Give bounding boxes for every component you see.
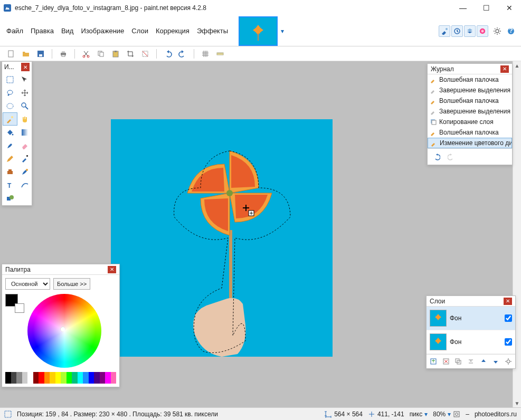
palette-close-icon[interactable]: ✕ [108,266,116,273]
status-unit[interactable]: пикс [410,411,423,418]
history-title: Журнал [431,65,454,73]
menu-adjust[interactable]: Коррекция [156,27,190,35]
layer-up-icon[interactable] [479,357,488,366]
layer-row[interactable]: Фон [427,307,515,330]
cut-icon[interactable] [80,48,92,60]
menu-effects[interactable]: Эффекты [197,27,228,35]
layer-down-icon[interactable] [491,357,500,366]
tool-rect-select[interactable] [3,73,17,86]
layer-visibility-checkbox[interactable] [505,314,512,322]
menu-layers[interactable]: Слои [131,27,148,35]
undo-icon[interactable] [162,48,174,60]
tool-line[interactable] [17,178,32,192]
color-wheel[interactable] [27,294,101,368]
tools-close-icon[interactable]: ✕ [21,63,30,71]
tool-eraser[interactable] [17,139,32,152]
copy-icon[interactable] [95,48,107,60]
save-icon[interactable] [35,48,46,60]
tool-brush[interactable] [3,139,17,152]
menu-view[interactable]: Вид [61,27,74,35]
layers-header[interactable]: Слои ✕ [427,296,515,307]
settings-icon[interactable] [491,25,503,37]
secondary-color[interactable] [15,303,24,313]
layer-visibility-checkbox[interactable] [505,338,512,346]
history-item[interactable]: Завершение выделения палочкой [428,106,512,117]
layer-add-icon[interactable]: + [429,357,438,366]
history-item[interactable]: Завершение выделения палочкой [428,85,512,96]
tool-lasso[interactable] [3,86,17,99]
colors-toggle-icon[interactable] [477,25,488,37]
palette-strip[interactable] [5,372,116,384]
layer-merge-icon[interactable] [466,357,476,366]
menu-file[interactable]: Файл [6,27,23,35]
tool-gradient[interactable] [17,126,32,139]
cursor-icon [368,411,375,418]
crop-icon[interactable] [125,48,136,60]
history-item[interactable]: Копирование слоя [428,117,512,127]
open-icon[interactable] [20,48,32,60]
menu-edit[interactable]: Правка [31,27,54,35]
tool-pan[interactable] [17,112,32,126]
redo-icon[interactable] [177,48,188,60]
svg-rect-12 [62,51,65,53]
history-redo-icon[interactable] [446,151,457,163]
help-icon[interactable]: ? [505,25,517,37]
svg-rect-47 [22,129,28,136]
svg-rect-19 [115,51,117,52]
ruler-icon[interactable] [214,48,226,60]
minimize-button[interactable]: ― [451,0,475,16]
layers-close-icon[interactable]: ✕ [504,298,512,305]
tool-magic-wand[interactable] [3,112,17,126]
tools-toggle-icon[interactable] [439,25,450,37]
svg-text:+: + [431,358,435,365]
tool-text[interactable]: T [3,178,17,192]
zoom-dropdown-icon[interactable]: ▾ [448,411,451,418]
tool-pencil[interactable] [3,152,17,165]
thumb-dropdown-icon[interactable]: ▾ [281,27,284,35]
history-close-icon[interactable]: ✕ [500,65,509,73]
tool-zoom[interactable] [17,99,32,112]
maximize-button[interactable]: ☐ [475,0,498,16]
tool-clone[interactable] [3,165,17,178]
layer-row[interactable]: Фон [427,330,515,354]
tool-color-picker[interactable] [17,152,32,165]
statusbar: Позиция: 159 , 84 . Размер: 230 × 480 . … [0,407,521,420]
tool-ellipse-select[interactable] [3,99,17,112]
history-item[interactable]: Волшебная палочка [428,127,512,138]
status-sel-icon [4,411,12,418]
deselect-icon[interactable] [139,48,151,60]
zoom-fit-icon[interactable] [453,411,460,418]
new-icon[interactable] [5,48,17,60]
tool-recolor[interactable] [17,165,32,178]
history-undo-icon[interactable] [431,151,442,163]
history-item[interactable]: Волшебная палочка [428,96,512,106]
palette-mode-select[interactable]: Основной [5,278,50,290]
canvas[interactable] [111,119,333,357]
layer-thumb [430,310,447,327]
history-header[interactable]: Журнал ✕ [428,64,512,74]
status-canvas-dims: 564 × 564 [334,411,363,418]
tool-move-pixels[interactable] [17,86,32,99]
paste-icon[interactable] [110,48,121,60]
close-button[interactable]: ✕ [498,0,521,16]
layer-duplicate-icon[interactable] [453,357,463,366]
unit-dropdown-icon[interactable]: ▾ [424,411,428,418]
history-item[interactable]: Изменение цветового диапазона [428,138,512,148]
menu-image[interactable]: Изображение [81,27,124,35]
history-toggle-icon[interactable] [451,25,463,37]
grid-icon[interactable] [200,48,211,60]
layers-toggle-icon[interactable] [464,25,476,37]
layer-properties-icon[interactable] [504,357,513,366]
palette-more-button[interactable]: Больше >> [53,278,90,290]
print-icon[interactable] [58,48,69,60]
document-thumbnail[interactable] [239,16,278,46]
tools-header[interactable]: И... ✕ [2,62,32,72]
palette-header[interactable]: Палитра ✕ [2,264,119,275]
tool-bucket[interactable] [3,126,17,139]
wheel-cursor[interactable] [60,327,65,332]
layer-delete-icon[interactable] [441,357,451,366]
history-panel: Журнал ✕ Волшебная палочка Завершение вы… [427,63,513,165]
history-item[interactable]: Волшебная палочка [428,74,512,85]
tool-shapes[interactable] [3,192,17,205]
tool-move-selection[interactable] [17,73,32,86]
